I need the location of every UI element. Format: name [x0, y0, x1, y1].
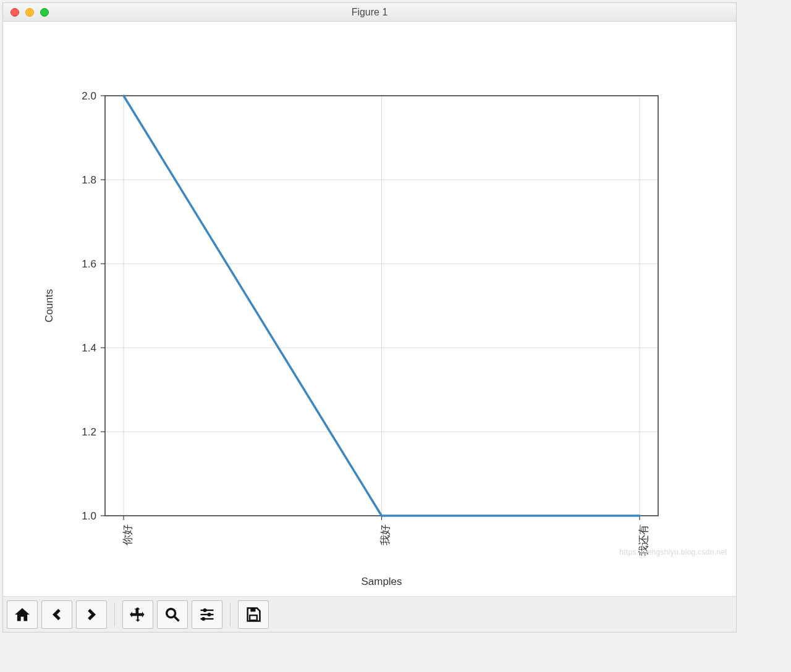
save-button[interactable]: [238, 600, 269, 629]
save-icon: [245, 606, 262, 623]
arrow-right-icon: [83, 606, 100, 623]
svg-text:Counts: Counts: [43, 289, 55, 322]
svg-point-34: [208, 613, 211, 616]
svg-text:1.2: 1.2: [82, 426, 96, 438]
svg-text:你好: 你好: [122, 524, 133, 546]
svg-rect-37: [250, 608, 255, 611]
toolbar-separator: [230, 603, 231, 626]
back-button[interactable]: [41, 600, 72, 629]
traffic-lights: [3, 8, 49, 17]
move-icon: [129, 606, 146, 623]
svg-rect-38: [250, 615, 257, 620]
maximize-icon[interactable]: [40, 8, 49, 17]
svg-text:2.0: 2.0: [82, 90, 96, 102]
figure-window: Figure 1 1.01.21.41.61.82.0你好我好我还有Counts…: [2, 2, 737, 632]
svg-text:1.0: 1.0: [82, 510, 96, 522]
window-title: Figure 1: [3, 7, 736, 18]
toolbar-separator: [114, 603, 115, 626]
configure-button[interactable]: [192, 600, 222, 629]
toolbar: [3, 596, 736, 632]
sliders-icon: [198, 606, 216, 623]
svg-text:1.4: 1.4: [82, 342, 96, 354]
chart-svg: 1.01.21.41.61.82.0你好我好我还有CountsSamples: [3, 22, 736, 596]
svg-text:1.8: 1.8: [82, 174, 96, 186]
minimize-icon[interactable]: [25, 8, 34, 17]
svg-point-32: [203, 608, 207, 612]
watermark: https://pengshiyu.blog.csdn.net: [619, 548, 727, 556]
svg-text:我好: 我好: [379, 524, 391, 545]
zoom-button[interactable]: [157, 600, 188, 629]
titlebar: Figure 1: [3, 3, 736, 22]
svg-text:1.6: 1.6: [82, 258, 96, 270]
pan-button[interactable]: [122, 600, 153, 629]
svg-point-36: [201, 617, 205, 621]
plot-area: 1.01.21.41.61.82.0你好我好我还有CountsSamples h…: [3, 22, 736, 596]
home-button[interactable]: [7, 600, 38, 629]
svg-point-30: [167, 608, 176, 617]
svg-text:Samples: Samples: [361, 576, 402, 587]
zoom-icon: [164, 606, 181, 623]
arrow-left-icon: [48, 606, 66, 623]
home-icon: [14, 606, 31, 623]
close-icon[interactable]: [11, 8, 19, 17]
forward-button[interactable]: [76, 600, 107, 629]
